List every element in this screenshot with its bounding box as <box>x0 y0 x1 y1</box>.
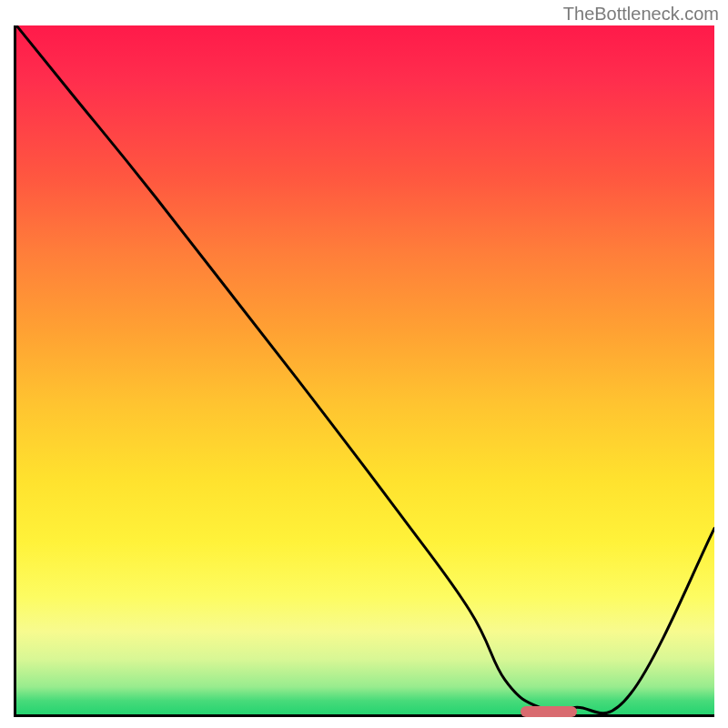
chart-curve-svg <box>16 25 714 714</box>
chart-line <box>16 25 714 713</box>
watermark-text: TheBottleneck.com <box>563 4 719 25</box>
chart-plot-area <box>14 25 714 717</box>
chart-highlight-marker <box>521 706 577 717</box>
